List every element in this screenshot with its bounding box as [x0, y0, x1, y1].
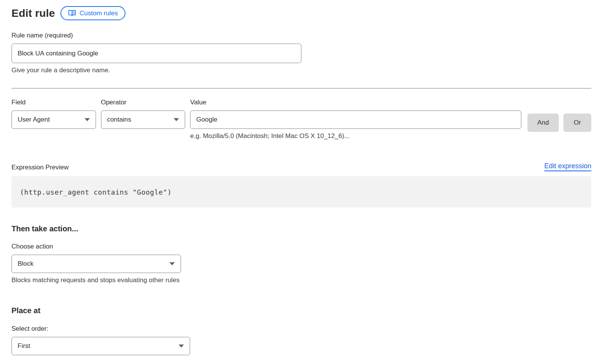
open-book-icon [68, 10, 76, 17]
action-helper: Blocks matching requests and stops evalu… [11, 276, 591, 284]
placement-section: Place at Select order: First [11, 306, 591, 355]
condition-row: Field User Agent Operator contains Value… [11, 99, 591, 140]
expression-preview-box: (http.user_agent contains "Google") [11, 176, 591, 208]
select-order-label: Select order: [11, 325, 591, 333]
chevron-down-icon [85, 118, 90, 121]
field-label: Field [11, 99, 96, 106]
page-title: Edit rule [11, 7, 55, 20]
rule-name-section: Rule name (required) Give your rule a de… [11, 32, 591, 74]
edit-rule-page: Edit rule Custom rules Rule name (requir… [0, 0, 607, 355]
custom-rules-button[interactable]: Custom rules [60, 6, 125, 20]
order-selected-value: First [18, 342, 30, 350]
value-column: Value e.g. Mozilla/5.0 (Macintosh; Intel… [190, 99, 521, 140]
field-selected-value: User Agent [18, 116, 50, 123]
or-button[interactable]: Or [563, 114, 591, 132]
expression-code: (http.user_agent contains "Google") [20, 188, 172, 196]
section-divider [11, 88, 591, 89]
operator-label: Operator [101, 99, 186, 106]
operator-select[interactable]: contains [101, 110, 186, 129]
expression-header: Expression Preview Edit expression [11, 162, 591, 171]
expression-preview-label: Expression Preview [11, 164, 68, 171]
action-section: Then take action... Choose action Block … [11, 224, 591, 284]
value-input[interactable] [190, 110, 521, 129]
rule-name-label: Rule name (required) [11, 32, 591, 39]
chevron-down-icon [174, 118, 179, 121]
rule-name-input[interactable] [11, 44, 301, 63]
field-select[interactable]: User Agent [11, 110, 96, 129]
action-heading: Then take action... [11, 224, 591, 233]
place-at-heading: Place at [11, 306, 591, 315]
custom-rules-label: Custom rules [80, 10, 118, 17]
and-button[interactable]: And [527, 114, 559, 132]
operator-selected-value: contains [107, 116, 131, 123]
value-label: Value [190, 99, 521, 106]
action-select[interactable]: Block [11, 255, 181, 273]
field-column: Field User Agent [11, 99, 96, 129]
edit-expression-link[interactable]: Edit expression [544, 162, 591, 171]
action-selected-value: Block [18, 260, 34, 268]
expression-section: Expression Preview Edit expression (http… [11, 162, 591, 208]
choose-action-label: Choose action [11, 243, 591, 250]
rule-name-helper: Give your rule a descriptive name. [11, 67, 591, 74]
page-header: Edit rule Custom rules [11, 6, 591, 20]
chevron-down-icon [169, 262, 175, 265]
order-select[interactable]: First [11, 337, 190, 355]
operator-column: Operator contains [101, 99, 186, 129]
chevron-down-icon [179, 344, 184, 348]
logic-buttons: And Or [527, 99, 591, 132]
value-helper: e.g. Mozilla/5.0 (Macintosh; Intel Mac O… [190, 132, 521, 140]
